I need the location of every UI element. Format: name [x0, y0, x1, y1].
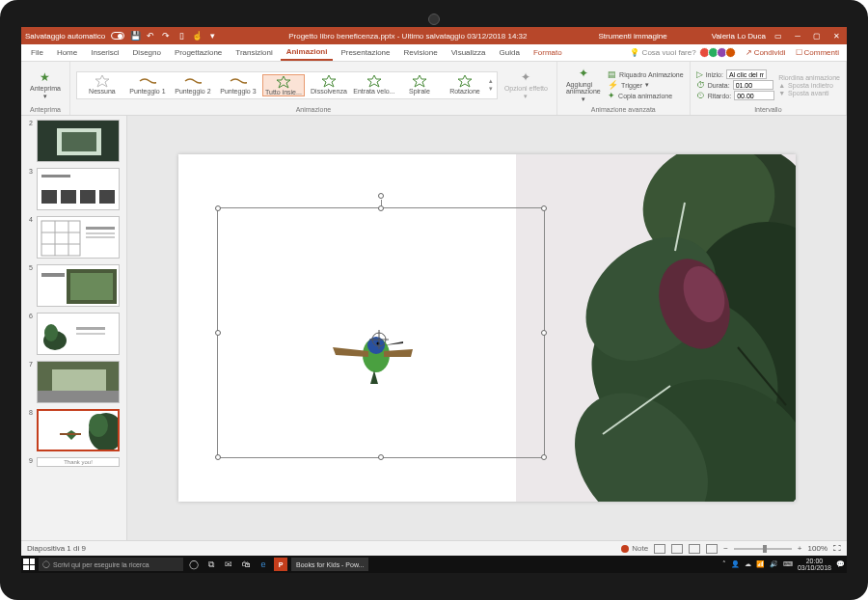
tab-guida[interactable]: Guida — [494, 44, 526, 61]
trigger-button[interactable]: ⚡Trigger ▾ — [608, 80, 684, 90]
tray-onedrive-icon[interactable]: ☁ — [745, 560, 751, 568]
start-input[interactable] — [726, 69, 767, 79]
slide-canvas[interactable] — [178, 154, 796, 502]
tray-keyboard-icon[interactable]: ⌨ — [783, 560, 793, 568]
slideshow-view-icon[interactable] — [706, 544, 718, 554]
cortana-icon[interactable]: ◯ — [187, 558, 201, 571]
thumb-6[interactable] — [37, 313, 120, 355]
fit-window-icon[interactable]: ⛶ — [833, 544, 841, 553]
tray-clock[interactable]: 20:0003/10/2018 — [798, 558, 831, 571]
zoom-slider[interactable] — [734, 548, 792, 550]
anim-p3-icon[interactable] — [230, 74, 247, 88]
close-button[interactable]: ✕ — [829, 30, 843, 41]
tab-formato[interactable]: Formato — [528, 44, 568, 61]
edge-icon[interactable]: e — [257, 558, 270, 571]
move-earlier-button[interactable]: ▲ Sposta indietro — [778, 82, 840, 89]
ribbon-options-icon[interactable]: ▭ — [772, 30, 785, 41]
tab-visualizza[interactable]: Visualizza — [446, 44, 492, 61]
minimize-button[interactable]: ─ — [791, 30, 804, 41]
anim-entrata-icon[interactable] — [366, 74, 383, 88]
resize-handle-tc[interactable] — [378, 205, 384, 211]
anim-none-icon[interactable] — [94, 74, 111, 88]
delay-input[interactable] — [734, 91, 774, 100]
slide-canvas-area[interactable] — [127, 116, 847, 540]
comments-button[interactable]: ☐ Commenti — [792, 48, 843, 57]
powerpoint-taskbar-icon[interactable]: P — [274, 558, 287, 571]
delay-row[interactable]: ⏲Ritardo: — [696, 91, 775, 100]
reading-view-icon[interactable] — [689, 544, 700, 554]
animation-pane-button[interactable]: ▤Riquadro Animazione — [608, 69, 684, 79]
task-view-icon[interactable]: ⧉ — [204, 558, 218, 571]
maximize-button[interactable]: ▢ — [810, 30, 824, 41]
duration-input[interactable] — [733, 80, 773, 90]
tab-inserisci[interactable]: Inserisci — [85, 44, 124, 61]
tray-chevron-icon[interactable]: ˄ — [722, 560, 726, 568]
preview-button[interactable]: ★Anteprima▾ — [27, 68, 64, 102]
thumb-2[interactable] — [37, 120, 120, 162]
tab-animazioni[interactable]: Animazioni — [281, 44, 334, 61]
resize-handle-bc[interactable] — [378, 454, 384, 460]
tray-wifi-icon[interactable]: 📶 — [756, 560, 765, 568]
tellme-search[interactable]: 💡 Cosa vuoi fare? — [630, 48, 696, 57]
start-button[interactable] — [23, 559, 35, 570]
resize-handle-tl[interactable] — [215, 205, 221, 211]
save-icon[interactable]: 💾 — [130, 31, 140, 41]
resize-handle-mr[interactable] — [541, 330, 547, 336]
thumb-4[interactable] — [37, 216, 120, 259]
zoom-level[interactable]: 100% — [808, 544, 827, 553]
sorter-view-icon[interactable] — [671, 544, 683, 554]
tab-progettazione[interactable]: Progettazione — [169, 44, 228, 61]
rotate-handle[interactable] — [378, 193, 384, 199]
effect-options-button[interactable]: ✦Opzioni effetto▾ — [502, 68, 551, 102]
anim-spirale-icon[interactable] — [411, 74, 428, 88]
tab-home[interactable]: Home — [51, 44, 83, 61]
resize-handle-ml[interactable] — [215, 330, 221, 336]
animation-gallery[interactable]: Nessuna Punteggio 1 Punteggio 2 Punteggi… — [76, 71, 498, 99]
slide-thumbnail-panel[interactable]: 2 3 4 5 6 7 8 9Thank you! — [21, 116, 127, 540]
anim-dissolvenza-icon[interactable] — [320, 74, 338, 88]
store-icon[interactable]: 🛍 — [239, 558, 253, 571]
normal-view-icon[interactable] — [654, 544, 665, 554]
taskbar-app-label[interactable]: Books for Kids - Pow... — [291, 558, 368, 571]
resize-handle-br[interactable] — [541, 454, 547, 460]
thumb-3[interactable] — [37, 168, 120, 210]
mail-icon[interactable]: ✉ — [222, 558, 235, 571]
duration-row[interactable]: ⏱Durata: — [696, 80, 775, 90]
tray-people-icon[interactable]: 👤 — [731, 560, 740, 568]
zoom-out-button[interactable]: − — [723, 544, 728, 553]
add-animation-button[interactable]: ✦Aggiungi animazione▾ — [563, 65, 604, 105]
anim-p2-icon[interactable] — [184, 74, 202, 88]
anim-tutto-icon[interactable] — [275, 75, 292, 89]
resize-handle-bl[interactable] — [215, 454, 221, 460]
move-later-button[interactable]: ▼ Sposta avanti — [778, 90, 840, 96]
zoom-in-button[interactable]: + — [798, 544, 802, 553]
qat-more-icon[interactable]: ▾ — [207, 31, 217, 41]
touch-icon[interactable]: ☝ — [192, 31, 202, 41]
anim-rotazione-icon[interactable] — [456, 74, 474, 88]
tab-disegno[interactable]: Disegno — [127, 44, 167, 61]
share-button[interactable]: ↗ Condividi — [742, 48, 790, 57]
tab-transizioni[interactable]: Transizioni — [230, 44, 278, 61]
tab-revisione[interactable]: Revisione — [398, 44, 444, 61]
selection-box[interactable] — [217, 207, 545, 458]
context-tools-label: Strumenti immagine — [599, 32, 667, 41]
start-row[interactable]: ▷Inizio: — [696, 69, 775, 79]
tray-volume-icon[interactable]: 🔊 — [770, 560, 778, 568]
slideshow-icon[interactable]: ▯ — [176, 31, 186, 41]
redo-icon[interactable]: ↷ — [161, 31, 171, 41]
tab-presentazione[interactable]: Presentazione — [335, 44, 395, 61]
thumb-5[interactable] — [37, 264, 120, 307]
thumb-7[interactable] — [37, 361, 120, 403]
presence-avatars[interactable] — [702, 47, 736, 58]
anim-p1-icon[interactable] — [139, 74, 156, 88]
thumb-9[interactable]: Thank you! — [37, 457, 120, 467]
notes-button[interactable]: Note — [621, 544, 648, 553]
autosave-toggle[interactable] — [111, 32, 124, 40]
animation-painter-button[interactable]: ✦Copia animazione — [608, 91, 684, 100]
undo-icon[interactable]: ↶ — [146, 31, 155, 41]
tab-file[interactable]: File — [25, 44, 49, 61]
windows-search[interactable]: ◯ Scrivi qui per eseguire la ricerca — [39, 558, 183, 571]
tray-notifications-icon[interactable]: 💬 — [836, 560, 845, 568]
resize-handle-tr[interactable] — [541, 205, 547, 211]
thumb-8[interactable] — [37, 409, 120, 451]
